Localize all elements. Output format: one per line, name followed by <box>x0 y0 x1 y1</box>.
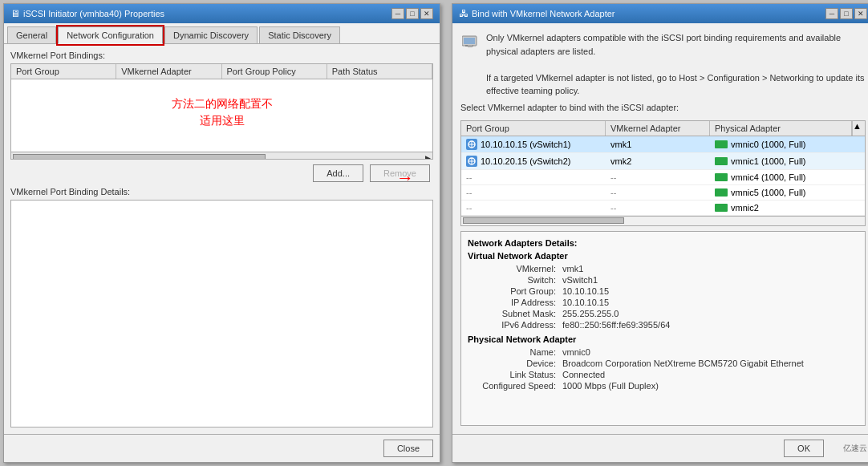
network-details-section: Network Adapters Details: Virtual Networ… <box>460 231 866 427</box>
row4-vmkernel: -- <box>606 185 710 200</box>
left-window: 🖥 iSCSI Initiator (vmhba40) Properties ─… <box>3 3 440 463</box>
tab-general[interactable]: General <box>7 26 56 43</box>
row2-port-group: 10.10.20.15 (vSwitch2) <box>461 153 606 169</box>
left-title-icon: 🖥 <box>10 8 20 19</box>
ok-button[interactable]: OK <box>784 440 824 457</box>
row3-vmkernel: -- <box>606 170 710 184</box>
net-icon-1 <box>466 139 477 150</box>
taskbar-area: 亿速云 <box>843 443 867 454</box>
left-titlebar: 🖥 iSCSI Initiator (vmhba40) Properties ─… <box>4 4 440 23</box>
row4-port-group: -- <box>461 185 606 200</box>
row5-physical: vmnic2 <box>710 201 865 215</box>
left-title-text: iSCSI Initiator (vmhba40) Properties <box>23 9 164 18</box>
horizontal-scrollbar[interactable]: ▶ <box>11 152 432 160</box>
right-close-button[interactable]: ✕ <box>854 8 867 19</box>
row3-port-group: -- <box>461 170 606 184</box>
net-icon-2 <box>466 156 477 167</box>
row5-vmkernel: -- <box>606 201 710 215</box>
virt-row-0: VMkernel: vmk1 <box>468 264 858 274</box>
table-body: 方法二的网络配置不 适用这里 <box>11 79 432 152</box>
nic-icon-2 <box>715 157 728 165</box>
tab-static-discovery[interactable]: Static Discovery <box>259 26 340 43</box>
method-note: 方法二的网络配置不 适用这里 <box>11 79 432 145</box>
nic-icon-5 <box>715 204 728 212</box>
th-vmkernel-adapter: VMkernel Adapter <box>116 64 221 79</box>
action-buttons-row: Add... Remove <box>10 160 433 187</box>
physical-adapter-title: Physical Network Adapter <box>468 334 858 344</box>
select-label: Select VMkernel adapter to bind with the… <box>460 103 866 112</box>
taskbar-label: 亿速云 <box>843 443 867 454</box>
details-box <box>10 200 433 428</box>
left-content: VMkernel Port Bindings: Port Group VMker… <box>4 44 440 434</box>
right-title-icon: 🖧 <box>459 8 468 19</box>
right-titlebar: 🖧 Bind with VMkernel Network Adapter ─ □… <box>452 4 868 23</box>
virt-row-3: IP Address: 10.10.10.15 <box>468 298 858 307</box>
details-title: Network Adapters Details: <box>468 238 858 248</box>
row1-physical: vmnic0 (1000, Full) <box>710 137 865 152</box>
svg-rect-3 <box>468 45 473 47</box>
tab-network-configuration[interactable]: Network Configuration <box>58 26 163 44</box>
port-bindings-table: Port Group VMkernel Adapter Port Group P… <box>10 63 433 160</box>
row1-vmkernel: vmk1 <box>606 137 710 152</box>
info-text-1: Only VMkernel adapters compatible with t… <box>486 31 866 98</box>
info-row-1: Only VMkernel adapters compatible with t… <box>460 31 866 98</box>
virtual-adapter-title: Virtual Network Adapter <box>468 251 858 261</box>
scrollbar-thumb[interactable] <box>13 154 266 160</box>
row4-physical: vmnic5 (1000, Full) <box>710 185 865 200</box>
ath-physical: Physical Adapter <box>710 121 852 136</box>
adapter-table: Port Group VMkernel Adapter Physical Ada… <box>460 120 866 226</box>
port-bindings-label: VMkernel Port Bindings: <box>10 51 433 60</box>
details-label: VMkernel Port Binding Details: <box>10 187 433 197</box>
maximize-button[interactable]: □ <box>406 8 419 19</box>
virt-row-4: Subnet Mask: 255.255.255.0 <box>468 309 858 318</box>
row5-port-group: -- <box>461 201 606 215</box>
row2-vmkernel: vmk2 <box>606 154 710 168</box>
tab-dynamic-discovery[interactable]: Dynamic Discovery <box>164 26 258 43</box>
scroll-right-arrow[interactable]: ▶ <box>425 154 431 160</box>
virt-row-5: IPv6 Address: fe80::250:56ff:fe69:3955/6… <box>468 320 858 330</box>
svg-rect-1 <box>464 38 475 44</box>
minimize-button[interactable]: ─ <box>391 8 404 19</box>
adapter-scrollbar-thumb[interactable] <box>463 217 624 224</box>
info-icon-1 <box>460 31 480 51</box>
phys-row-2: Link Status: Connected <box>468 370 858 379</box>
virt-row-2: Port Group: 10.10.10.15 <box>468 286 858 296</box>
adapter-table-header: Port Group VMkernel Adapter Physical Ada… <box>461 121 865 136</box>
phys-row-0: Name: vmnic0 <box>468 347 858 357</box>
phys-row-3: Configured Speed: 1000 Mbps (Full Duplex… <box>468 381 858 391</box>
add-button[interactable]: Add... <box>313 164 363 182</box>
table-header-row: Port Group VMkernel Adapter Port Group P… <box>11 64 432 79</box>
th-path-status: Path Status <box>327 64 432 79</box>
close-button[interactable]: ✕ <box>420 8 433 19</box>
tabs-row: General Network Configuration Dynamic Di… <box>4 23 440 44</box>
nic-icon-1 <box>715 140 728 148</box>
row3-physical: vmnic4 (1000, Full) <box>710 170 865 184</box>
right-footer: OK 亿速云 <box>452 434 868 462</box>
right-minimize-button[interactable]: ─ <box>825 8 838 19</box>
th-port-group-policy: Port Group Policy <box>222 64 327 79</box>
left-footer: Close <box>4 434 440 462</box>
adapter-row-5[interactable]: -- -- vmnic2 <box>461 201 865 216</box>
row1-port-group: 10.10.10.15 (vSwitch1) <box>461 136 606 152</box>
nic-icon-3 <box>715 173 728 181</box>
adapter-row-1[interactable]: 10.10.10.15 (vSwitch1) vmk1 vmnic0 (1000… <box>461 136 865 153</box>
ath-vmkernel: VMkernel Adapter <box>606 121 710 136</box>
right-title-text: Bind with VMkernel Network Adapter <box>472 9 615 18</box>
adapter-row-3[interactable]: -- -- vmnic4 (1000, Full) <box>461 170 865 185</box>
adapter-scrollbar[interactable] <box>461 216 865 225</box>
adapter-row-4[interactable]: -- -- vmnic5 (1000, Full) <box>461 185 865 201</box>
nic-icon-4 <box>715 188 728 197</box>
right-maximize-button[interactable]: □ <box>840 8 853 19</box>
sort-icon: ▲ <box>852 121 865 136</box>
adapter-row-2[interactable]: 10.10.20.15 (vSwitch2) vmk2 vmnic1 (1000… <box>461 153 865 170</box>
right-window: 🖧 Bind with VMkernel Network Adapter ─ □… <box>452 3 868 463</box>
close-dialog-button[interactable]: Close <box>383 440 433 457</box>
ath-port-group: Port Group <box>461 121 606 136</box>
virt-row-1: Switch: vSwitch1 <box>468 275 858 285</box>
th-port-group: Port Group <box>11 64 116 79</box>
phys-row-1: Device: Broadcom Corporation NetXtreme B… <box>468 359 858 368</box>
right-content: Only VMkernel adapters compatible with t… <box>452 23 868 434</box>
row2-physical: vmnic1 (1000, Full) <box>710 154 865 168</box>
annotation-arrow: → <box>396 168 414 188</box>
